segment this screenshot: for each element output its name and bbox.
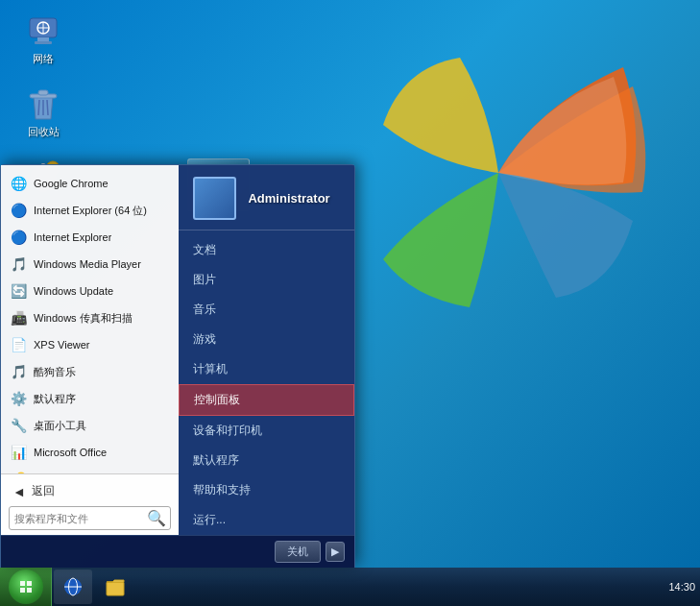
program-item-ie64[interactable]: 🔵Internet Explorer (64 位) (1, 197, 179, 224)
search-input[interactable] (14, 513, 147, 524)
taskbar-tray: 14:30 (664, 568, 700, 606)
network-label: 网络 (33, 53, 54, 65)
right-item-control-panel[interactable]: 控制面板 (179, 384, 354, 416)
program-icon-ie64: 🔵 (9, 201, 28, 220)
program-label-desktop-gadgets: 桌面小工具 (34, 419, 86, 433)
program-label-baidu-music: 酷狗音乐 (34, 365, 76, 379)
right-item-music[interactable]: 音乐 (179, 295, 354, 325)
right-item-computer[interactable]: 计算机 (179, 354, 354, 384)
program-label-default-app: 默认程序 (34, 392, 76, 406)
svg-rect-8 (38, 90, 48, 95)
taskbar-explorer-item[interactable] (96, 570, 134, 604)
program-label-wmp: Windows Media Player (34, 258, 141, 270)
search-bar[interactable]: 🔍 (9, 506, 171, 530)
start-menu: 🌐Google Chrome🔵Internet Explorer (64 位)🔵… (0, 164, 355, 568)
program-icon-ie: 🔵 (9, 228, 28, 247)
program-label-ie: Internet Explorer (34, 231, 111, 243)
start-menu-left-panel: 🌐Google Chrome🔵Internet Explorer (64 位)🔵… (1, 165, 179, 535)
program-item-chrome[interactable]: 🌐Google Chrome (1, 170, 179, 197)
network-icon-img (24, 12, 62, 51)
program-icon-baidu-music: 🎵 (9, 362, 28, 381)
program-item-wmp[interactable]: 🎵Windows Media Player (1, 251, 179, 278)
program-icon-wmp: 🎵 (9, 255, 28, 274)
back-arrow-icon: ◄ (12, 484, 26, 499)
start-menu-bottom: 关机 ▶ (1, 535, 354, 568)
program-label-ie64: Internet Explorer (64 位) (34, 204, 147, 218)
desktop: ⛅ 25° 网络 (0, 0, 700, 606)
program-icon-desktop-gadgets: 🔧 (9, 416, 28, 435)
right-item-run[interactable]: 运行... (179, 505, 354, 535)
svg-line-11 (47, 100, 48, 115)
program-icon-xps: 📄 (9, 335, 28, 354)
windows-logo (345, 29, 652, 321)
recycle-bin-icon[interactable]: 回收站 (10, 83, 77, 141)
svg-rect-2 (35, 41, 52, 44)
program-item-baidu-music[interactable]: 🎵酷狗音乐 (1, 358, 179, 385)
start-menu-right-panel: Administrator 文档图片音乐游戏计算机控制面板设备和打印机默认程序帮… (179, 165, 354, 535)
program-label-winupdate: Windows Update (34, 285, 113, 297)
taskbar-programs (52, 568, 664, 606)
program-item-ie[interactable]: 🔵Internet Explorer (1, 224, 179, 251)
right-item-default-programs[interactable]: 默认程序 (179, 446, 354, 475)
program-item-winupdate[interactable]: 🔄Windows Update (1, 278, 179, 304)
programs-list[interactable]: 🌐Google Chrome🔵Internet Explorer (64 位)🔵… (1, 165, 179, 473)
svg-rect-1 (37, 37, 49, 41)
program-item-office[interactable]: 📊Microsoft Office (1, 439, 179, 466)
shutdown-button[interactable]: 关机 (275, 541, 321, 563)
program-icon-chrome: 🌐 (9, 174, 28, 193)
program-item-fax-scan[interactable]: 📠Windows 传真和扫描 (1, 304, 179, 331)
right-items-list: 文档图片音乐游戏计算机控制面板设备和打印机默认程序帮助和支持运行... (179, 230, 354, 535)
svg-rect-21 (107, 582, 124, 595)
right-item-games[interactable]: 游戏 (179, 325, 354, 354)
right-item-help-support[interactable]: 帮助和支持 (179, 475, 354, 505)
search-icon[interactable]: 🔍 (147, 509, 166, 527)
back-label: 返回 (32, 483, 55, 499)
program-item-xps[interactable]: 📄XPS Viewer (1, 331, 179, 358)
user-avatar (193, 177, 236, 220)
program-item-default-app[interactable]: ⚙️默认程序 (1, 385, 179, 412)
start-orb (9, 570, 43, 604)
recycle-bin-label: 回收站 (28, 126, 60, 138)
right-item-pictures[interactable]: 图片 (179, 265, 354, 295)
shutdown-arrow-button[interactable]: ▶ (326, 542, 345, 562)
program-icon-default-app: ⚙️ (9, 389, 28, 408)
start-button[interactable] (0, 568, 52, 606)
program-label-office: Microsoft Office (34, 447, 107, 458)
start-menu-top: 🌐Google Chrome🔵Internet Explorer (64 位)🔵… (1, 165, 354, 535)
program-icon-office: 📊 (9, 443, 28, 462)
user-name: Administrator (248, 191, 329, 206)
tray-time: 14:30 (668, 581, 695, 593)
user-section: Administrator (179, 165, 354, 230)
start-left-bottom: ◄ 返回 🔍 (1, 473, 179, 535)
taskbar: 14:30 (0, 568, 700, 606)
program-label-chrome: Google Chrome (34, 178, 109, 189)
program-item-desktop-gadgets[interactable]: 🔧桌面小工具 (1, 412, 179, 439)
taskbar-ie-item[interactable] (54, 570, 92, 604)
program-icon-winupdate: 🔄 (9, 281, 28, 301)
program-label-fax-scan: Windows 传真和扫描 (34, 311, 133, 326)
network-icon[interactable]: 网络 (10, 10, 77, 68)
svg-line-9 (38, 100, 39, 115)
recycle-bin-icon-img (24, 85, 62, 124)
right-item-documents[interactable]: 文档 (179, 235, 354, 265)
program-label-xps: XPS Viewer (34, 339, 90, 351)
program-icon-fax-scan: 📠 (9, 308, 28, 327)
back-button[interactable]: ◄ 返回 (9, 479, 171, 503)
program-item-win7tools[interactable]: 🔑win7激活工具 (1, 466, 179, 473)
right-item-devices-printers[interactable]: 设备和打印机 (179, 416, 354, 446)
